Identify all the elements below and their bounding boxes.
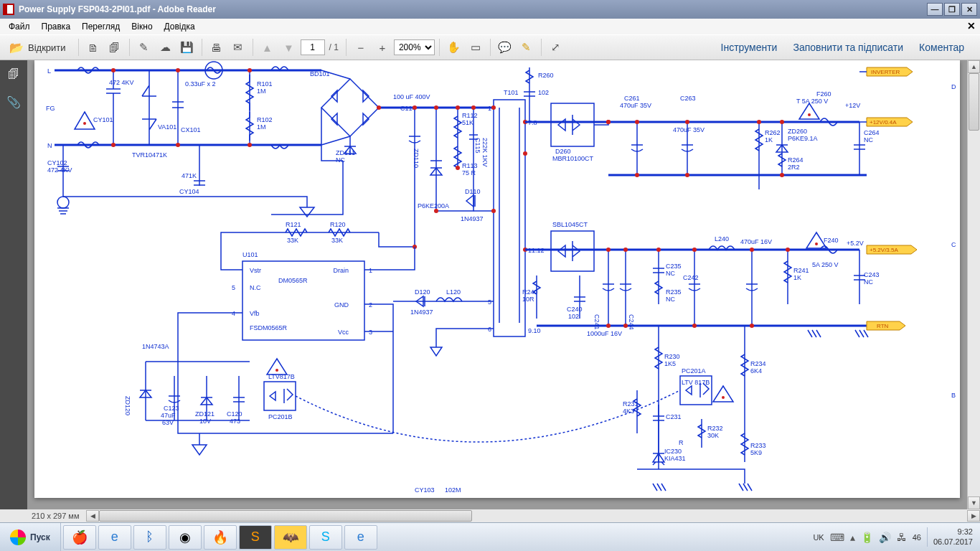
select-tool-button[interactable]: ▭ (466, 37, 486, 57)
svg-text:30K: 30K (707, 432, 719, 439)
attachments-icon[interactable]: 📎 (5, 93, 22, 110)
taskbar-app-ie[interactable]: e (98, 525, 131, 550)
page-number-input[interactable] (301, 39, 325, 55)
svg-text:L240: L240 (715, 235, 729, 242)
export-pdf-button[interactable]: 🗐 (105, 37, 125, 57)
svg-point-188 (656, 248, 661, 252)
minimize-button[interactable]: — (927, 3, 943, 16)
tray-chevron-icon[interactable]: ▴ (850, 532, 855, 543)
battery-icon[interactable]: 🔋 (861, 532, 873, 543)
svg-point-88 (275, 369, 278, 372)
svg-text:C240: C240 (567, 306, 583, 313)
taskbar-app-firefox[interactable]: 🔥 (204, 525, 237, 550)
vertical-scrollbar[interactable]: ▲ ▼ (967, 60, 980, 509)
zoom-out-button[interactable]: − (351, 37, 371, 57)
svg-point-8 (83, 122, 86, 125)
clock[interactable]: 9:32 06.07.2017 (927, 527, 973, 546)
read-mode-button[interactable]: ⤢ (546, 37, 566, 57)
svg-text:NC: NC (864, 278, 873, 286)
create-pdf-button[interactable]: 🗎 (83, 37, 103, 57)
svg-text:C235: C235 (666, 263, 682, 270)
taskbar-app-skype[interactable]: S (309, 525, 342, 550)
comment-panel-link[interactable]: Коментар (915, 39, 969, 56)
svg-text:1K: 1K (765, 136, 773, 143)
scroll-down-button[interactable]: ▼ (968, 496, 980, 509)
svg-text:R121: R121 (286, 221, 301, 228)
menu-view[interactable]: Перегляд (76, 20, 126, 33)
toolbar: 📂Відкрити 🗎 🗐 ✎ ☁ 💾 🖶 ✉ ▲ ▼ / 1 − + 200%… (0, 34, 980, 60)
document-viewport[interactable]: D C B L FG N 472 4KV CY101 VA101 TVR1047… (27, 60, 967, 509)
print-button[interactable]: 🖶 (207, 37, 227, 57)
taskbar-app-ie2[interactable]: e (344, 525, 377, 550)
restore-button[interactable]: ❐ (944, 3, 960, 16)
svg-text:222K 1KV: 222K 1KV (481, 138, 489, 167)
taskbar-app-finder[interactable]: 🍎 (63, 525, 96, 550)
svg-text:100 uF 400V: 100 uF 400V (393, 93, 430, 100)
svg-text:R113: R113 (462, 162, 478, 169)
svg-text:B: B (951, 392, 956, 399)
scroll-right-button[interactable]: ▶ (967, 510, 980, 522)
svg-point-121 (780, 173, 784, 177)
annotate-button[interactable]: 💬 (495, 37, 515, 57)
svg-text:NC: NC (336, 156, 345, 164)
tools-panel-link[interactable]: Інструменти (717, 39, 782, 56)
svg-text:R101: R101 (257, 80, 273, 88)
svg-text:R230: R230 (664, 353, 680, 360)
network-icon[interactable]: 🖧 (897, 532, 907, 543)
zoom-in-button[interactable]: + (372, 37, 392, 57)
fill-sign-link[interactable]: Заповнити та підписати (788, 39, 908, 56)
svg-text:D110: D110 (465, 188, 481, 195)
svg-point-152 (623, 324, 628, 328)
taskbar-app-chrome[interactable]: ◉ (169, 525, 202, 550)
svg-text:1: 1 (369, 267, 372, 274)
menu-window[interactable]: Вікно (126, 20, 158, 33)
edit-button[interactable]: ✎ (134, 37, 154, 57)
svg-point-173 (111, 68, 116, 72)
scroll-left-button[interactable]: ◀ (86, 510, 99, 522)
svg-text:1N4937: 1N4937 (461, 215, 484, 222)
svg-text:IC230: IC230 (664, 448, 682, 455)
svg-text:Vstr: Vstr (250, 267, 261, 274)
svg-point-51 (491, 105, 496, 110)
svg-text:1M: 1M (257, 123, 266, 131)
thumbnails-icon[interactable]: 🗐 (5, 66, 22, 83)
svg-text:NC: NC (864, 136, 873, 143)
svg-text:C244: C244 (628, 314, 635, 330)
taskbar-app-bluetooth[interactable]: ᛒ (133, 525, 166, 550)
email-button[interactable]: ✉ (228, 37, 248, 57)
save-button[interactable]: 💾 (177, 37, 197, 57)
hand-tool-button[interactable]: ✋ (444, 37, 464, 57)
zoom-select[interactable]: 200% (394, 39, 435, 55)
highlight-button[interactable]: ✎ (517, 37, 537, 57)
svg-point-181 (606, 120, 611, 124)
language-indicator[interactable]: UK (813, 533, 824, 542)
volume-icon[interactable]: 🔊 (879, 532, 891, 543)
scroll-thumb-v[interactable] (969, 73, 979, 131)
close-button[interactable]: ✕ (961, 3, 977, 16)
svg-text:P6KE200A: P6KE200A (418, 202, 449, 209)
menu-close-doc[interactable]: ✕ (967, 20, 976, 32)
svg-text:9.10: 9.10 (528, 327, 541, 334)
svg-text:T101: T101 (504, 89, 519, 96)
svg-text:+12V: +12V (845, 102, 860, 109)
start-button[interactable]: Пуск (0, 523, 61, 551)
keyboard-icon[interactable]: ⌨ (830, 532, 844, 543)
prev-page-button[interactable]: ▲ (258, 37, 278, 57)
svg-text:RTN: RTN (877, 323, 889, 329)
svg-text:R262: R262 (765, 129, 781, 136)
cloud-button[interactable]: ☁ (156, 37, 176, 57)
svg-point-180 (413, 105, 417, 110)
svg-text:Vfb: Vfb (250, 310, 260, 317)
scroll-up-button[interactable]: ▲ (968, 60, 980, 73)
next-page-button[interactable]: ▼ (279, 37, 299, 57)
open-button[interactable]: 📂Відкрити (4, 37, 74, 57)
menu-file[interactable]: Файл (3, 20, 36, 33)
menubar: Файл Правка Перегляд Вікно Довідка ✕ (0, 19, 980, 34)
svg-point-176 (176, 143, 180, 147)
taskbar-app-bat[interactable]: 🦇 (274, 525, 307, 550)
scroll-thumb-h[interactable] (99, 510, 472, 522)
menu-help[interactable]: Довідка (159, 20, 201, 33)
menu-edit[interactable]: Правка (36, 20, 77, 33)
taskbar-app-sublime[interactable]: S (239, 525, 272, 550)
schematic-diagram: D C B L FG N 472 4KV CY101 VA101 TVR1047… (34, 60, 960, 498)
